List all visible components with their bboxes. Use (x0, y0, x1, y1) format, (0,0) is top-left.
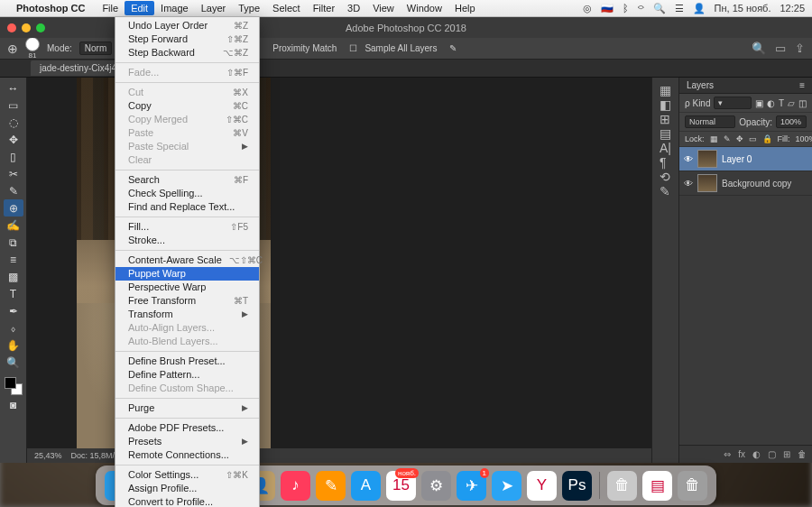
dock-music[interactable]: ♪ (281, 471, 310, 501)
lock-pixels-icon[interactable]: ✎ (724, 134, 731, 143)
dock-telegram[interactable]: ➤ (492, 471, 521, 501)
layers-tab[interactable]: Layers (687, 80, 714, 90)
search-icon[interactable]: 🔍 (752, 41, 766, 55)
menubar-time[interactable]: 12:25 (780, 3, 805, 14)
tool-14[interactable]: ⬨ (4, 319, 23, 336)
filter-kind[interactable]: ρ Kind (685, 98, 710, 108)
visibility-icon[interactable]: 👁 (684, 179, 693, 189)
menu-edit[interactable]: Edit (125, 1, 154, 15)
menu-filter[interactable]: Filter (307, 3, 341, 14)
menuitem-transform[interactable]: Transform▶ (115, 308, 259, 321)
panel-icon-2[interactable]: ⊞ (660, 112, 671, 126)
menuitem-copy[interactable]: Copy⌘C (115, 99, 259, 113)
menu-layer[interactable]: Layer (195, 3, 233, 14)
menuitem-define-pattern-[interactable]: Define Pattern... (115, 368, 259, 382)
tool-1[interactable]: ▭ (4, 97, 23, 114)
lock-position-icon[interactable]: ✥ (736, 134, 743, 143)
control-center-icon[interactable]: ☰ (675, 3, 684, 14)
tool-6[interactable]: ✎ (4, 182, 23, 199)
bluetooth-icon[interactable]: ᛒ (623, 3, 629, 14)
menuitem-convert-to-profile-[interactable]: Convert to Profile... (115, 495, 259, 507)
panel-icon-0[interactable]: ▦ (660, 83, 671, 97)
filter-adjust-icon[interactable]: ◐ (767, 98, 775, 108)
layer-row[interactable]: 👁Layer 0 (679, 147, 812, 171)
tool-11[interactable]: ▩ (4, 268, 23, 285)
zoom-level[interactable]: 25,43% (34, 451, 62, 460)
panel-icon-7[interactable]: ✎ (660, 184, 671, 198)
tool-3[interactable]: ✥ (4, 131, 23, 148)
menubar-date[interactable]: Пн, 15 нояб. (715, 3, 771, 14)
layer-fx-icon[interactable]: fx (738, 449, 745, 459)
tool-15[interactable]: ✋ (4, 336, 23, 354)
menu-view[interactable]: View (366, 3, 401, 14)
lock-all-icon[interactable]: 🔒 (762, 134, 772, 143)
filter-type-icon[interactable]: T (779, 98, 784, 108)
dock-yandex[interactable]: Y (527, 471, 557, 501)
dock-photoshop[interactable]: Ps (562, 471, 592, 501)
pressure-icon[interactable]: ✎ (449, 43, 457, 53)
menuitem-color-settings-[interactable]: Color Settings...⇧⌘K (115, 468, 259, 482)
dock-trash2[interactable]: 🗑 (678, 471, 707, 501)
app-name[interactable]: Photoshop CC (16, 3, 85, 14)
panel-menu-icon[interactable]: ≡ (799, 80, 805, 90)
fill-field[interactable]: 100% (796, 134, 812, 143)
tool-5[interactable]: ✂ (4, 165, 23, 182)
panel-icon-5[interactable]: ¶ (660, 155, 671, 170)
menuitem-find-and-replace-text-[interactable]: Find and Replace Text... (115, 200, 259, 214)
brush-preview[interactable] (25, 37, 40, 51)
menuitem-assign-profile-[interactable]: Assign Profile... (115, 482, 259, 495)
tool-2[interactable]: ◌ (4, 114, 23, 131)
tool-8[interactable]: ✍ (4, 217, 23, 234)
tool-0[interactable]: ↔ (4, 79, 23, 97)
menuitem-fill-[interactable]: Fill...⇧F5 (115, 220, 259, 234)
delete-layer-icon[interactable]: 🗑 (798, 449, 807, 459)
lock-artboard-icon[interactable]: ▭ (749, 134, 757, 143)
menuitem-presets[interactable]: Presets▶ (115, 435, 259, 448)
layer-row[interactable]: 👁Background copy (679, 171, 812, 196)
menu-3d[interactable]: 3D (341, 3, 366, 14)
menuitem-free-transform[interactable]: Free Transform⌘T (115, 294, 259, 308)
spotlight-icon[interactable]: 🔍 (653, 3, 666, 14)
menuitem-check-spelling-[interactable]: Check Spelling... (115, 187, 259, 200)
panel-icon-4[interactable]: A| (660, 141, 671, 155)
filter-shape-icon[interactable]: ▱ (788, 98, 795, 108)
menuitem-step-forward[interactable]: Step Forward⇧⌘Z (115, 32, 259, 46)
minimize-window-button[interactable] (22, 23, 31, 32)
mode-select[interactable]: Norm (79, 41, 112, 55)
panel-icon-1[interactable]: ◧ (660, 97, 671, 112)
telegram-status-icon[interactable]: ◎ (583, 3, 592, 14)
menuitem-perspective-warp[interactable]: Perspective Warp (115, 281, 259, 294)
tool-7[interactable]: ⊕ (4, 199, 23, 217)
workspace-icon[interactable]: ▭ (775, 41, 786, 55)
menu-file[interactable]: File (96, 3, 125, 14)
menu-window[interactable]: Window (401, 3, 448, 14)
layer-mask-icon[interactable]: ◐ (752, 449, 761, 459)
menuitem-puppet-warp[interactable]: Puppet Warp (115, 267, 259, 281)
sample-all-layers-checkbox[interactable]: Sample All Layers (364, 43, 437, 53)
dock-pages[interactable]: ✎ (316, 471, 346, 501)
menuitem-stroke-[interactable]: Stroke... (115, 234, 259, 247)
blend-mode-select[interactable]: Normal (685, 115, 735, 128)
dock-mail[interactable]: ✈ (457, 471, 486, 501)
link-layers-icon[interactable]: ⇔ (724, 449, 731, 459)
menu-type[interactable]: Type (232, 3, 266, 14)
menuitem-purge[interactable]: Purge▶ (115, 401, 259, 415)
new-group-icon[interactable]: ▢ (768, 449, 776, 459)
visibility-icon[interactable]: 👁 (684, 154, 693, 164)
filter-smart-icon[interactable]: ◫ (798, 98, 807, 108)
menuitem-adobe-pdf-presets-[interactable]: Adobe PDF Presets... (115, 421, 259, 435)
tool-4[interactable]: ▯ (4, 148, 23, 165)
close-window-button[interactable] (7, 23, 16, 32)
tool-12[interactable]: T (4, 285, 23, 302)
menuitem-content-aware-scale[interactable]: Content-Aware Scale⌥⇧⌘C (115, 254, 259, 267)
quickmask-icon[interactable]: ◙ (4, 396, 23, 413)
menuitem-undo-layer-order[interactable]: Undo Layer Order⌘Z (115, 19, 259, 32)
tool-16[interactable]: 🔍 (4, 354, 23, 371)
dock-doc[interactable]: ▤ (642, 471, 672, 501)
dock-appstore[interactable]: A (351, 471, 381, 501)
panel-icon-3[interactable]: ▤ (660, 126, 671, 141)
filter-pixel-icon[interactable]: ▣ (755, 98, 763, 108)
color-swatches[interactable] (5, 377, 23, 395)
share-icon[interactable]: ⇪ (795, 41, 805, 55)
menuitem-define-brush-preset-[interactable]: Define Brush Preset... (115, 355, 259, 368)
